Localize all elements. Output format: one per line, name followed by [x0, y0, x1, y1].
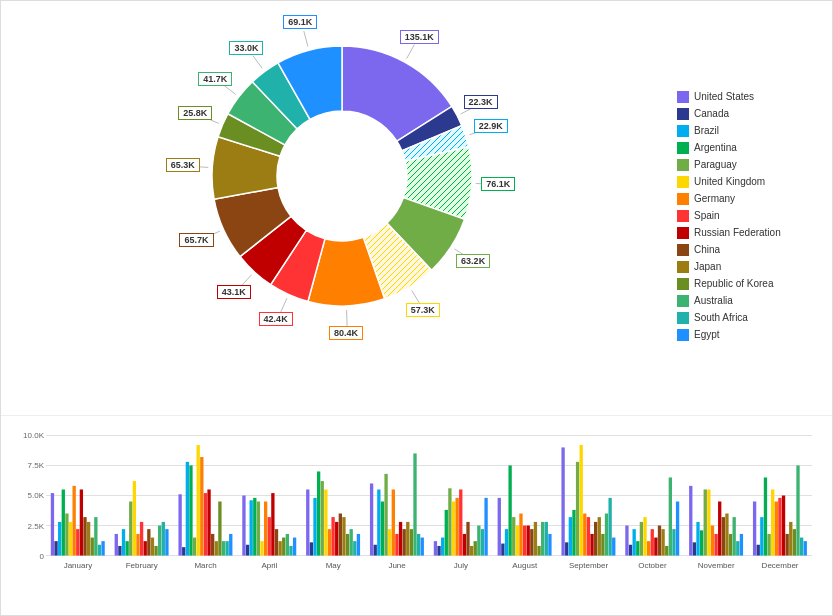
bar-rect[interactable]: [474, 541, 477, 555]
bar-rect[interactable]: [796, 465, 799, 555]
bar-rect[interactable]: [122, 529, 125, 555]
bar-rect[interactable]: [757, 545, 760, 556]
bar-rect[interactable]: [342, 517, 345, 555]
bar-rect[interactable]: [200, 457, 203, 556]
bar-rect[interactable]: [399, 522, 402, 556]
bar-rect[interactable]: [466, 522, 469, 556]
bar-rect[interactable]: [445, 510, 448, 556]
bar-rect[interactable]: [72, 486, 75, 556]
bar-rect[interactable]: [498, 498, 501, 556]
bar-rect[interactable]: [151, 538, 154, 556]
bar-rect[interactable]: [87, 522, 90, 556]
bar-rect[interactable]: [696, 522, 699, 556]
bar-rect[interactable]: [278, 541, 281, 555]
bar-rect[interactable]: [403, 529, 406, 555]
bar-rect[interactable]: [793, 529, 796, 555]
bar-rect[interactable]: [516, 526, 519, 556]
bar-rect[interactable]: [519, 514, 522, 556]
bar-rect[interactable]: [350, 529, 353, 555]
bar-rect[interactable]: [136, 534, 139, 556]
bar-rect[interactable]: [242, 495, 245, 555]
bar-rect[interactable]: [481, 529, 484, 555]
bar-rect[interactable]: [260, 541, 263, 555]
bar-rect[interactable]: [125, 541, 128, 555]
bar-rect[interactable]: [178, 494, 181, 555]
bar-rect[interactable]: [654, 538, 657, 556]
bar-rect[interactable]: [452, 501, 455, 555]
bar-rect[interactable]: [65, 514, 68, 556]
bar-rect[interactable]: [331, 517, 334, 555]
bar-rect[interactable]: [282, 538, 285, 556]
bar-rect[interactable]: [530, 529, 533, 555]
bar-rect[interactable]: [625, 526, 628, 556]
bar-rect[interactable]: [594, 522, 597, 556]
bar-rect[interactable]: [565, 542, 568, 555]
bar-rect[interactable]: [115, 534, 118, 556]
bar-rect[interactable]: [58, 522, 61, 556]
bar-rect[interactable]: [384, 474, 387, 556]
bar-rect[interactable]: [410, 529, 413, 555]
bar-rect[interactable]: [441, 538, 444, 556]
bar-rect[interactable]: [736, 541, 739, 555]
bar-rect[interactable]: [147, 529, 150, 555]
bar-rect[interactable]: [658, 526, 661, 556]
bar-rect[interactable]: [647, 541, 650, 555]
bar-rect[interactable]: [257, 501, 260, 555]
bar-rect[interactable]: [140, 522, 143, 556]
bar-rect[interactable]: [733, 517, 736, 555]
bar-rect[interactable]: [222, 541, 225, 555]
bar-rect[interactable]: [448, 488, 451, 555]
bar-rect[interactable]: [158, 526, 161, 556]
bar-rect[interactable]: [264, 501, 267, 555]
bar-rect[interactable]: [771, 489, 774, 555]
bar-rect[interactable]: [54, 541, 57, 555]
bar-rect[interactable]: [633, 529, 636, 555]
bar-rect[interactable]: [669, 477, 672, 555]
bar-rect[interactable]: [661, 529, 664, 555]
bar-rect[interactable]: [51, 493, 54, 555]
bar-rect[interactable]: [317, 471, 320, 555]
bar-rect[interactable]: [707, 489, 710, 555]
bar-rect[interactable]: [186, 462, 189, 556]
bar-rect[interactable]: [605, 514, 608, 556]
bar-rect[interactable]: [740, 534, 743, 556]
bar-rect[interactable]: [328, 529, 331, 555]
bar-rect[interactable]: [271, 493, 274, 555]
bar-rect[interactable]: [310, 542, 313, 555]
bar-rect[interactable]: [753, 501, 756, 555]
bar-rect[interactable]: [133, 481, 136, 555]
bar-rect[interactable]: [76, 529, 79, 555]
bar-rect[interactable]: [250, 500, 253, 555]
bar-rect[interactable]: [321, 481, 324, 555]
bar-rect[interactable]: [165, 529, 168, 555]
bar-rect[interactable]: [477, 526, 480, 556]
bar-rect[interactable]: [293, 538, 296, 556]
bar-rect[interactable]: [714, 534, 717, 556]
bar-rect[interactable]: [218, 501, 221, 555]
bar-rect[interactable]: [69, 522, 72, 556]
bar-rect[interactable]: [537, 546, 540, 556]
bar-rect[interactable]: [541, 522, 544, 556]
bar-rect[interactable]: [590, 534, 593, 556]
bar-rect[interactable]: [608, 498, 611, 556]
bar-rect[interactable]: [760, 517, 763, 555]
bar-rect[interactable]: [612, 538, 615, 556]
bar-rect[interactable]: [583, 514, 586, 556]
bar-rect[interactable]: [381, 501, 384, 555]
bar-rect[interactable]: [101, 541, 104, 555]
bar-rect[interactable]: [370, 483, 373, 555]
bar-rect[interactable]: [154, 546, 157, 556]
bar-rect[interactable]: [189, 465, 192, 555]
bar-rect[interactable]: [129, 501, 132, 555]
bar-rect[interactable]: [268, 517, 271, 555]
bar-rect[interactable]: [729, 534, 732, 556]
bar-rect[interactable]: [548, 534, 551, 556]
bar-rect[interactable]: [275, 529, 278, 555]
bar-rect[interactable]: [508, 465, 511, 555]
bar-rect[interactable]: [421, 538, 424, 556]
bar-rect[interactable]: [392, 489, 395, 555]
bar-rect[interactable]: [437, 546, 440, 556]
bar-rect[interactable]: [306, 489, 309, 555]
bar-rect[interactable]: [501, 544, 504, 556]
bar-rect[interactable]: [580, 445, 583, 556]
